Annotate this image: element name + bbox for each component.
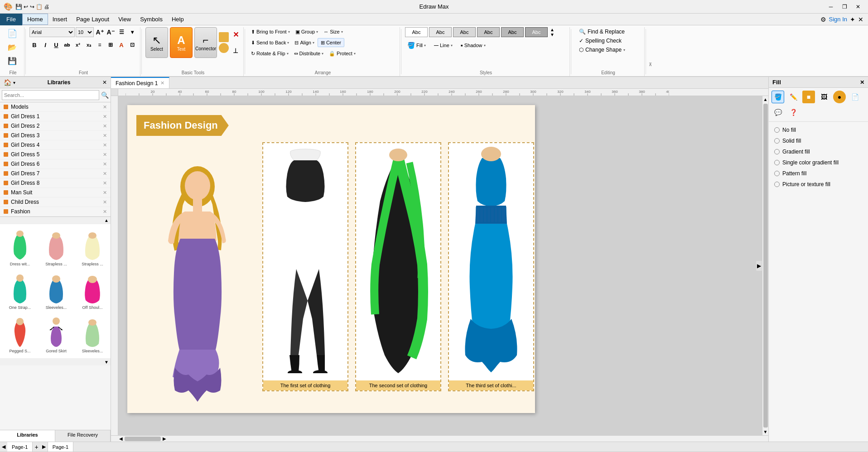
lib-close-icon[interactable]: ✕ bbox=[103, 104, 107, 110]
shape-item-0[interactable]: Dress wit... bbox=[3, 227, 37, 269]
lib-close-icon[interactable]: ✕ bbox=[103, 152, 107, 158]
library-item-girl-dress-1[interactable]: Girl Dress 1 ✕ bbox=[0, 112, 111, 121]
sidebar-close-icon[interactable]: ✕ bbox=[102, 79, 107, 86]
underline-button[interactable]: U bbox=[51, 40, 61, 50]
bring-to-front-button[interactable]: ⬆ Bring to Front ▾ bbox=[249, 27, 292, 36]
library-item-girl-dress-4[interactable]: Girl Dress 4 ✕ bbox=[0, 140, 111, 150]
font-family-select[interactable]: Arial bbox=[29, 27, 75, 37]
send-to-back-button[interactable]: ⬇ Send to Back ▾ bbox=[249, 38, 291, 47]
italic-button[interactable]: I bbox=[40, 40, 50, 50]
change-shape-button[interactable]: ⬡ Change Shape ▾ bbox=[575, 45, 641, 54]
fill-tool-paint-button[interactable]: 🪣 bbox=[772, 91, 784, 103]
list-button[interactable]: ≡ bbox=[95, 40, 105, 50]
library-item-girl-dress-6[interactable]: Girl Dress 6 ✕ bbox=[0, 159, 111, 169]
canvas-scroll[interactable]: Fashion Design bbox=[118, 96, 762, 435]
increase-font-button[interactable]: A⁺ bbox=[95, 27, 105, 37]
lib-close-icon[interactable]: ✕ bbox=[103, 209, 107, 215]
sign-in-button[interactable]: Sign In bbox=[829, 16, 847, 23]
fill-option-pattern-fill[interactable]: ​ Pattern fill bbox=[769, 168, 868, 179]
lib-close-icon[interactable]: ✕ bbox=[103, 199, 107, 205]
indent-button[interactable]: ⊞ bbox=[106, 40, 116, 50]
shape-item-1[interactable]: Strapless ... bbox=[39, 227, 73, 269]
align-button[interactable]: ⊟ Align ▾ bbox=[292, 38, 316, 47]
fill-tool-help-button[interactable]: ❓ bbox=[787, 106, 800, 119]
fill-tool-image-button[interactable]: 🖼 bbox=[818, 91, 830, 103]
distribute-button[interactable]: ⇔ Distribute ▾ bbox=[292, 49, 326, 58]
library-item-fashion[interactable]: Fashion ✕ bbox=[0, 207, 111, 216]
style-sample-2[interactable]: Abc bbox=[429, 27, 452, 37]
library-item-girl-dress-2[interactable]: Girl Dress 2 ✕ bbox=[0, 121, 111, 131]
fill-tool-pen-button[interactable]: ✏️ bbox=[787, 91, 800, 103]
lib-close-icon[interactable]: ✕ bbox=[103, 161, 107, 167]
shape-1-button[interactable] bbox=[219, 32, 229, 42]
size-button[interactable]: ↔ Size ▾ bbox=[321, 27, 345, 36]
library-item-girl-dress-7[interactable]: Girl Dress 7 ✕ bbox=[0, 169, 111, 178]
styles-down-button[interactable]: ▼ bbox=[550, 33, 555, 37]
menu-item-help[interactable]: Help bbox=[167, 14, 188, 25]
lib-close-icon[interactable]: ✕ bbox=[103, 190, 107, 196]
fill-option-picture-or-texture-fill[interactable]: ​ Picture or texture fill bbox=[769, 179, 868, 190]
align-left-button[interactable]: ☰ bbox=[116, 27, 126, 37]
fill-panel-close-icon[interactable]: ✕ bbox=[860, 79, 864, 86]
fill-button[interactable]: 🪣 Fill ▾ bbox=[405, 41, 428, 50]
fill-option-no-fill[interactable]: ​ No fill bbox=[769, 125, 868, 135]
shadow-button[interactable]: ▪ Shadow ▾ bbox=[458, 41, 488, 50]
style-sample-6[interactable]: Abc bbox=[525, 27, 548, 37]
more-font-button[interactable]: ⊡ bbox=[127, 40, 137, 50]
shape-x-button[interactable]: ✕ bbox=[231, 30, 241, 40]
library-item-girl-dress-8[interactable]: Girl Dress 8 ✕ bbox=[0, 178, 111, 188]
page-tab-label[interactable]: Page-1 bbox=[48, 442, 73, 452]
sidebar-search-input[interactable] bbox=[2, 90, 99, 100]
ribbon-expand-button[interactable]: ⊼ bbox=[647, 27, 654, 76]
style-sample-3[interactable]: Abc bbox=[453, 27, 476, 37]
lib-close-icon[interactable]: ✕ bbox=[103, 133, 107, 139]
new-button[interactable]: 📄 bbox=[4, 27, 20, 40]
shape-2-button[interactable] bbox=[219, 43, 229, 53]
canvas-hscrollbar[interactable]: ◀ ▶ bbox=[118, 436, 762, 442]
library-item-child-dress[interactable]: Child Dress ✕ bbox=[0, 197, 111, 207]
shape-item-3[interactable]: One Strap... bbox=[3, 270, 37, 312]
spelling-check-button[interactable]: ✓ Spelling Check bbox=[575, 36, 641, 45]
canvas-scroll-right[interactable]: ▶ bbox=[756, 261, 762, 271]
prev-page-icon[interactable]: ◀ bbox=[0, 444, 7, 450]
shape-item-5[interactable]: Off Shoul... bbox=[75, 270, 110, 312]
fill-tool-square-button[interactable]: ■ bbox=[802, 91, 815, 103]
minimize-button[interactable]: ─ bbox=[825, 2, 837, 12]
star-icon[interactable]: ✦ bbox=[850, 16, 855, 23]
superscript-button[interactable]: x² bbox=[73, 40, 83, 50]
shape-item-7[interactable]: Gored Skirt bbox=[39, 314, 73, 356]
shape-item-4[interactable]: Sleeveles... bbox=[39, 270, 73, 312]
canvas-tab[interactable]: Fashion Design 1 ✕ bbox=[111, 77, 169, 88]
select-button[interactable]: ↖ Select bbox=[145, 27, 168, 58]
add-page-icon[interactable]: + bbox=[33, 443, 40, 451]
canvas-vscrollbar[interactable]: ▲ ▼ bbox=[762, 96, 768, 435]
open-button[interactable]: 📂 bbox=[4, 41, 20, 53]
lib-close-icon[interactable]: ✕ bbox=[103, 180, 107, 186]
fill-tool-doc-button[interactable]: 📄 bbox=[849, 91, 861, 103]
menu-item-view[interactable]: View bbox=[114, 14, 135, 25]
align-dropdown-button[interactable]: ▾ bbox=[127, 27, 137, 37]
styles-up-button[interactable]: ▲ bbox=[550, 28, 555, 32]
save-button[interactable]: 💾 bbox=[4, 54, 20, 67]
next-page-icon[interactable]: ▶ bbox=[40, 444, 48, 450]
font-color-button[interactable]: A bbox=[116, 40, 126, 50]
menu-item-page-layout[interactable]: Page Layout bbox=[72, 14, 114, 25]
library-item-models[interactable]: Models ✕ bbox=[0, 102, 111, 112]
fill-option-solid-fill[interactable]: ​ Solid fill bbox=[769, 135, 868, 146]
menu-item-file[interactable]: File bbox=[0, 14, 22, 25]
lib-close-icon[interactable]: ✕ bbox=[103, 123, 107, 129]
libraries-tab[interactable]: Libraries bbox=[0, 430, 55, 442]
lib-close-icon[interactable]: ✕ bbox=[103, 114, 107, 120]
file-recovery-tab[interactable]: File Recovery bbox=[55, 430, 111, 442]
menu-item-symbols[interactable]: Symbols bbox=[135, 14, 167, 25]
lib-close-icon[interactable]: ✕ bbox=[103, 142, 107, 148]
lib-close-icon[interactable]: ✕ bbox=[103, 171, 107, 177]
close-icon[interactable]: ✕ bbox=[858, 16, 863, 23]
menu-item-insert[interactable]: Insert bbox=[48, 14, 72, 25]
shape-item-6[interactable]: Pegged S... bbox=[3, 314, 37, 356]
settings-icon[interactable]: ⚙ bbox=[820, 16, 826, 23]
library-item-man-suit[interactable]: Man Suit ✕ bbox=[0, 188, 111, 197]
strikethrough-button[interactable]: ab bbox=[62, 40, 72, 50]
sidebar-search-icon[interactable]: 🔍 bbox=[101, 91, 109, 99]
bold-button[interactable]: B bbox=[29, 40, 39, 50]
